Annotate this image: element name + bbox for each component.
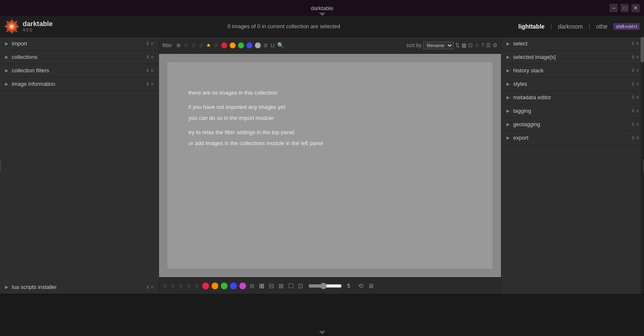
bt-color-red[interactable] — [202, 283, 209, 289]
sort-overlay-icon[interactable]: ☰ — [486, 42, 491, 48]
bt-star-5[interactable]: ☆ — [194, 283, 200, 289]
panel-row-tagging[interactable]: ▶ tagging ℹ ≡ — [501, 104, 644, 117]
menu-icon-collections[interactable]: ≡ — [151, 54, 154, 60]
nav-other[interactable]: othe — [593, 21, 611, 32]
panel-row-select[interactable]: ▶ select ℹ ≡ — [501, 37, 644, 50]
menu-icon-import[interactable]: ≡ — [151, 41, 154, 46]
menu-icon-history-stack[interactable]: ≡ — [636, 68, 639, 73]
bt-table-view-icon[interactable]: ⊟ — [268, 281, 275, 291]
left-panel-toggle[interactable]: ‹ — [0, 159, 1, 172]
bottom-arrow — [319, 331, 326, 334]
info-icon-lua[interactable]: ℹ — [147, 284, 148, 290]
arrow-selected-images: ▶ — [506, 55, 510, 59]
filter-star-4[interactable]: ★ — [206, 42, 211, 48]
menu-icon-metadata-editor[interactable]: ≡ — [636, 95, 639, 100]
no-images-message: there are no images in this collection i… — [188, 87, 323, 152]
panel-row-metadata-editor[interactable]: ▶ metadata editor ℹ ≡ — [501, 91, 644, 104]
info-icon-collection-filters[interactable]: ℹ — [147, 68, 148, 73]
top-nav: lighttable | darkroom | othe shift+ctrl+… — [515, 21, 640, 32]
filter-search-icon[interactable]: 🔍 — [277, 42, 284, 48]
bt-star-2[interactable]: ☆ — [170, 283, 176, 289]
right-scroll-thumb[interactable] — [641, 37, 644, 62]
info-icon-history-stack[interactable]: ℹ — [632, 68, 634, 73]
bt-star-1[interactable]: ☆ — [162, 283, 168, 289]
sort-asc-icon[interactable]: ⇅ — [455, 42, 460, 48]
zoom-slider[interactable] — [308, 283, 342, 289]
info-icon-selected-images[interactable]: ℹ — [632, 54, 634, 60]
filter-color-green[interactable] — [238, 42, 244, 48]
panel-row-selected-images[interactable]: ▶ selected image[s] ℹ ≡ — [501, 50, 644, 63]
info-icon-collections[interactable]: ℹ — [147, 54, 148, 60]
zoom-slider-area — [308, 283, 342, 289]
sort-star-icon[interactable]: ☆ — [474, 42, 480, 48]
arrow-image-information: ▶ — [5, 82, 8, 86]
sort-help-icon[interactable]: ? — [481, 42, 484, 48]
menu-icon-collection-filters[interactable]: ≡ — [151, 68, 154, 73]
menu-icon-geotagging[interactable]: ≡ — [636, 122, 639, 127]
close-button[interactable]: ✕ — [631, 4, 640, 12]
filter-union-icon[interactable]: ⊔ — [270, 42, 275, 48]
info-icon-select[interactable]: ℹ — [632, 41, 634, 46]
minimize-button[interactable]: ─ — [610, 4, 618, 12]
filter-color-orange[interactable] — [230, 42, 236, 48]
info-icon-metadata-editor[interactable]: ℹ — [632, 95, 634, 100]
bt-color-purple[interactable] — [239, 283, 246, 289]
maximize-button[interactable]: □ — [620, 4, 629, 12]
panel-row-image-information[interactable]: ▶ image information ℹ ≡ — [0, 77, 159, 90]
nav-darkroom[interactable]: darkroom — [554, 21, 586, 32]
sort-select[interactable]: filename date rating — [423, 42, 453, 49]
bt-sync-icon[interactable]: ⟲ — [357, 281, 364, 291]
panel-row-geotagging[interactable]: ▶ geotagging ℹ ≡ — [501, 118, 644, 131]
panel-row-lua[interactable]: ▶ lua scripts installer ℹ ≡ — [0, 280, 159, 294]
menu-icon-export[interactable]: ≡ — [636, 135, 639, 140]
panel-label-import: import — [12, 40, 147, 47]
filter-color-blue[interactable] — [246, 42, 252, 48]
menu-icon-selected-images[interactable]: ≡ — [636, 54, 639, 60]
bt-culling-view-icon[interactable]: ⊡ — [297, 281, 304, 291]
app-name: darktable — [23, 20, 53, 28]
panel-label-tagging: tagging — [513, 108, 632, 114]
filter-star-5[interactable]: ☆ — [214, 42, 219, 48]
info-icon-geotagging[interactable]: ℹ — [632, 122, 634, 127]
bt-color-orange[interactable] — [212, 283, 218, 289]
info-icon-export[interactable]: ℹ — [632, 135, 634, 140]
menu-icon-lua[interactable]: ≡ — [151, 284, 154, 290]
info-icon-tagging[interactable]: ℹ — [632, 108, 634, 114]
panel-row-export[interactable]: ▶ export ℹ ≡ — [501, 131, 644, 144]
info-icon-styles[interactable]: ℹ — [632, 81, 634, 87]
panel-row-styles[interactable]: ▶ styles ℹ ≡ — [501, 77, 644, 90]
panel-row-collection-filters[interactable]: ▶ collection filters ℹ ≡ — [0, 64, 159, 77]
filter-star-2[interactable]: ☆ — [191, 42, 196, 48]
bt-star-4[interactable]: ☆ — [186, 283, 192, 289]
sort-view2-icon[interactable]: ⊡ — [468, 42, 473, 48]
nav-sep-1: | — [551, 23, 552, 30]
info-icon-image-information[interactable]: ℹ — [147, 81, 148, 87]
menu-icon-image-information[interactable]: ≡ — [151, 81, 154, 87]
menu-icon-styles[interactable]: ≡ — [636, 81, 639, 87]
bt-uncolor-icon[interactable]: ⊘ — [249, 281, 256, 291]
panel-row-collections[interactable]: ▶ collections ℹ ≡ — [0, 50, 159, 63]
filter-uncolor-icon[interactable]: ⊘ — [263, 42, 268, 48]
panel-row-history-stack[interactable]: ▶ history stack ℹ ≡ — [501, 64, 644, 77]
panel-label-history-stack: history stack — [513, 67, 632, 74]
nav-lighttable[interactable]: lighttable — [515, 21, 548, 32]
filter-color-gray[interactable] — [255, 42, 261, 48]
bt-color-green[interactable] — [221, 283, 228, 289]
panel-row-import[interactable]: ▶ import ℹ ≡ — [0, 37, 159, 50]
bt-grid-view-icon[interactable]: ⊞ — [258, 281, 265, 291]
filter-star-3[interactable]: ☆ — [199, 42, 204, 48]
sort-view1-icon[interactable]: ▦ — [461, 42, 466, 48]
filter-star-1[interactable]: ☆ — [183, 42, 188, 48]
bt-monitor-icon[interactable]: 🖥 — [367, 281, 375, 290]
menu-icon-tagging[interactable]: ≡ — [636, 108, 639, 114]
bt-color-blue[interactable] — [230, 283, 237, 289]
bt-star-3[interactable]: ☆ — [178, 283, 184, 289]
filter-clear-icon[interactable]: ⊗ — [176, 42, 181, 48]
menu-icon-select[interactable]: ≡ — [636, 41, 639, 46]
window-title: darktable — [311, 5, 333, 11]
bt-zoom-view-icon[interactable]: ⊠ — [278, 281, 285, 291]
filter-color-red[interactable] — [221, 42, 227, 48]
info-icon-import[interactable]: ℹ — [147, 41, 148, 46]
bt-single-view-icon[interactable]: ☐ — [287, 281, 294, 291]
sort-settings-icon[interactable]: ⚙ — [493, 42, 498, 48]
